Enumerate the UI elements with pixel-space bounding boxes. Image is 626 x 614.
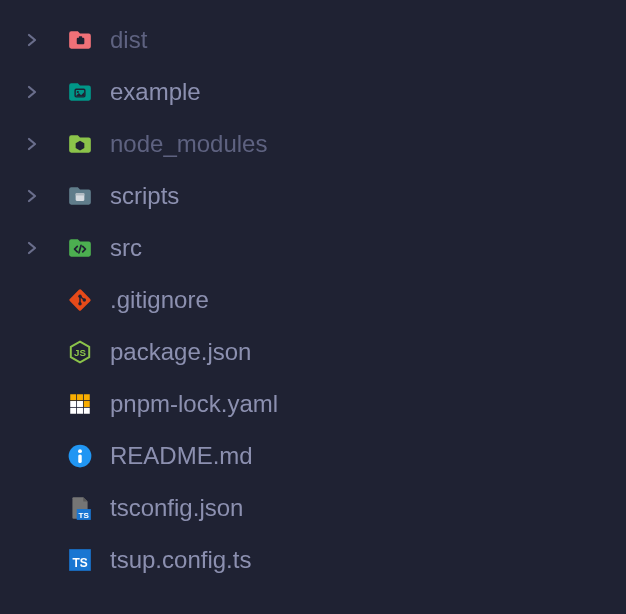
tree-item-label: package.json: [110, 338, 251, 366]
chevron-right-icon[interactable]: [18, 130, 46, 158]
folder-node-icon: [66, 130, 94, 158]
tree-item-folder[interactable]: src: [0, 222, 626, 274]
tree-item-file[interactable]: .gitignore: [0, 274, 626, 326]
tree-item-label: scripts: [110, 182, 179, 210]
svg-rect-16: [70, 408, 76, 414]
file-git-icon: [66, 286, 94, 314]
svg-text:JS: JS: [74, 347, 86, 358]
tree-item-file[interactable]: JS package.json: [0, 326, 626, 378]
tree-item-label: README.md: [110, 442, 253, 470]
svg-text:TS: TS: [79, 511, 90, 520]
svg-rect-10: [70, 394, 76, 400]
svg-point-3: [77, 91, 79, 93]
svg-rect-21: [78, 454, 81, 463]
svg-rect-18: [84, 408, 90, 414]
file-tree: dist example node_modules scripts: [0, 14, 626, 586]
svg-rect-14: [70, 401, 76, 407]
file-pnpm-icon: [66, 390, 94, 418]
tree-item-label: dist: [110, 26, 147, 54]
tree-item-file[interactable]: pnpm-lock.yaml: [0, 378, 626, 430]
chevron-right-icon[interactable]: [18, 78, 46, 106]
folder-example-icon: [66, 78, 94, 106]
svg-rect-11: [77, 394, 83, 400]
folder-dist-icon: [66, 26, 94, 54]
svg-rect-0: [77, 38, 85, 45]
tree-item-folder[interactable]: node_modules: [0, 118, 626, 170]
tree-item-file[interactable]: TS tsconfig.json: [0, 482, 626, 534]
svg-rect-17: [77, 408, 83, 414]
file-nodejs-icon: JS: [66, 338, 94, 366]
file-tsconfig-icon: TS: [66, 494, 94, 522]
svg-rect-13: [84, 401, 90, 407]
tree-item-label: tsconfig.json: [110, 494, 243, 522]
tree-item-label: node_modules: [110, 130, 267, 158]
chevron-right-icon[interactable]: [18, 234, 46, 262]
file-info-icon: [66, 442, 94, 470]
tree-item-folder[interactable]: scripts: [0, 170, 626, 222]
tree-item-folder[interactable]: dist: [0, 14, 626, 66]
file-ts-icon: TS: [66, 546, 94, 574]
tree-item-file[interactable]: README.md: [0, 430, 626, 482]
svg-text:TS: TS: [72, 556, 87, 570]
tree-item-file[interactable]: TS tsup.config.ts: [0, 534, 626, 586]
svg-rect-15: [77, 401, 83, 407]
folder-src-icon: [66, 234, 94, 262]
svg-point-20: [78, 449, 82, 453]
folder-scripts-icon: [66, 182, 94, 210]
tree-item-label: .gitignore: [110, 286, 209, 314]
chevron-right-icon[interactable]: [18, 26, 46, 54]
svg-rect-12: [84, 394, 90, 400]
tree-item-label: pnpm-lock.yaml: [110, 390, 278, 418]
svg-rect-5: [76, 193, 85, 195]
tree-item-label: example: [110, 78, 201, 106]
tree-item-label: tsup.config.ts: [110, 546, 251, 574]
tree-item-label: src: [110, 234, 142, 262]
chevron-right-icon[interactable]: [18, 182, 46, 210]
tree-item-folder[interactable]: example: [0, 66, 626, 118]
svg-rect-1: [79, 36, 82, 38]
